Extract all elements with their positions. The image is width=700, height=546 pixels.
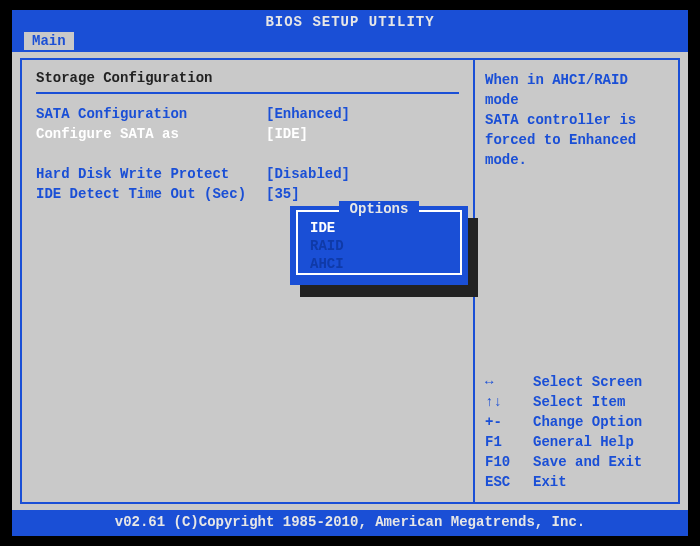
- key-desc: Select Screen: [533, 372, 668, 392]
- key-symbol: +-: [485, 412, 533, 432]
- help-line: mode.: [485, 150, 668, 170]
- setting-label: SATA Configuration: [36, 104, 266, 124]
- content-border: Storage Configuration SATA Configuration…: [20, 58, 680, 504]
- spacer-row: [36, 144, 459, 164]
- popup-title: Options: [339, 201, 419, 217]
- setting-row-selected[interactable]: Configure SATA as [IDE]: [36, 124, 459, 144]
- setting-label: IDE Detect Time Out (Sec): [36, 184, 266, 204]
- key-desc: Change Option: [533, 412, 668, 432]
- setting-label: Configure SATA as: [36, 124, 266, 144]
- key-row: ↔ Select Screen: [485, 372, 668, 392]
- setting-value: [IDE]: [266, 124, 459, 144]
- setting-row[interactable]: SATA Configuration [Enhanced]: [36, 104, 459, 124]
- key-desc: Save and Exit: [533, 452, 668, 472]
- key-desc: Exit: [533, 472, 668, 492]
- help-pane: When in AHCI/RAID mode SATA controller i…: [473, 60, 678, 502]
- help-line: SATA controller is: [485, 110, 668, 130]
- key-symbol: ESC: [485, 472, 533, 492]
- popup-frame: Options IDE RAID AHCI: [296, 210, 462, 275]
- help-line: When in AHCI/RAID mode: [485, 70, 668, 110]
- key-row: ↑↓ Select Item: [485, 392, 668, 412]
- help-text: When in AHCI/RAID mode SATA controller i…: [485, 70, 668, 170]
- setting-value: [Disabled]: [266, 164, 459, 184]
- key-row: +- Change Option: [485, 412, 668, 432]
- key-symbol: ↑↓: [485, 392, 533, 412]
- options-popup: Options IDE RAID AHCI: [290, 206, 468, 285]
- key-row: F1 General Help: [485, 432, 668, 452]
- key-row: ESC Exit: [485, 472, 668, 492]
- tab-bar: Main: [12, 32, 688, 52]
- title-bar: BIOS SETUP UTILITY: [12, 10, 688, 32]
- footer-bar: v02.61 (C)Copyright 1985-2010, American …: [12, 510, 688, 536]
- setting-label: Hard Disk Write Protect: [36, 164, 266, 184]
- key-legend: ↔ Select Screen ↑↓ Select Item +- Change…: [485, 372, 668, 492]
- app-title: BIOS SETUP UTILITY: [265, 14, 434, 30]
- popup-option-raid[interactable]: RAID: [298, 237, 460, 255]
- settings-pane: Storage Configuration SATA Configuration…: [22, 60, 473, 502]
- footer-text: v02.61 (C)Copyright 1985-2010, American …: [115, 514, 585, 530]
- setting-value: [Enhanced]: [266, 104, 459, 124]
- key-desc: Select Item: [533, 392, 668, 412]
- bios-screen: BIOS SETUP UTILITY Main Storage Configur…: [12, 10, 688, 536]
- key-symbol: F10: [485, 452, 533, 472]
- section-title: Storage Configuration: [36, 70, 459, 86]
- tab-main[interactable]: Main: [24, 32, 74, 50]
- key-desc: General Help: [533, 432, 668, 452]
- help-line: forced to Enhanced: [485, 130, 668, 150]
- key-row: F10 Save and Exit: [485, 452, 668, 472]
- content-area: Storage Configuration SATA Configuration…: [12, 52, 688, 510]
- popup-option-ahci[interactable]: AHCI: [298, 255, 460, 273]
- key-symbol: F1: [485, 432, 533, 452]
- key-symbol: ↔: [485, 372, 533, 392]
- setting-row[interactable]: Hard Disk Write Protect [Disabled]: [36, 164, 459, 184]
- popup-option-ide[interactable]: IDE: [298, 219, 460, 237]
- section-divider: [36, 92, 459, 94]
